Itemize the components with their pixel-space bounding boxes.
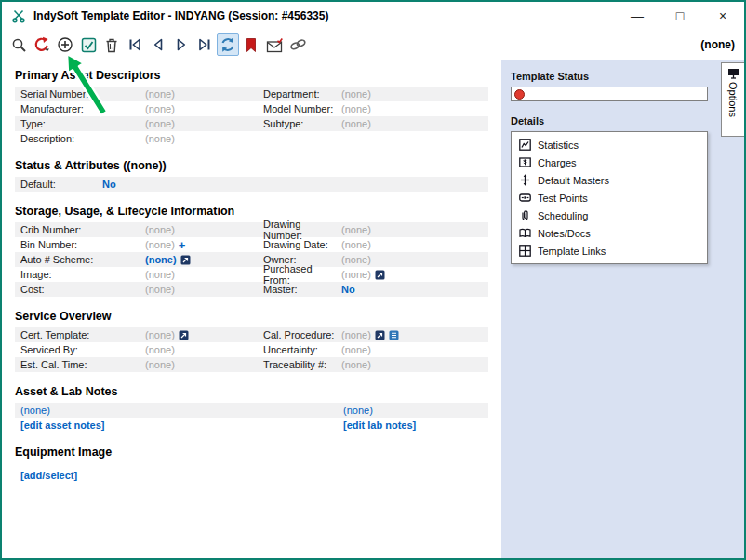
options-tab[interactable]: Options: [721, 62, 744, 137]
field-value: (none): [145, 103, 263, 114]
details-item-default-masters[interactable]: Default Masters: [512, 171, 707, 189]
refresh-button[interactable]: [217, 33, 239, 56]
details-item-charges[interactable]: Charges: [512, 153, 707, 171]
field-label: Traceability #:: [263, 359, 341, 370]
sidebar: Template Status Details Statistics Charg…: [501, 60, 744, 558]
field-row: Cert. Template: (none) Cal. Procedure: (…: [15, 327, 488, 342]
field-value: (none): [145, 88, 263, 100]
details-item-statistics[interactable]: Statistics: [512, 136, 707, 153]
auto-scheme-value[interactable]: (none): [145, 254, 177, 265]
field-label: Manufacturer:: [20, 103, 145, 114]
template-status-box[interactable]: [511, 87, 708, 101]
field-value[interactable]: No: [341, 284, 355, 295]
email-button[interactable]: [263, 33, 286, 56]
titlebar: IndySoft Template Editor - INDYANG (Sess…: [2, 2, 744, 30]
field-value-text: (none): [145, 329, 175, 340]
field-value: (none): [341, 103, 371, 114]
default-masters-icon: [519, 174, 531, 186]
edit-icon: [81, 37, 97, 53]
display-icon: [727, 68, 739, 79]
edit-lab-notes-link[interactable]: [edit lab notes]: [343, 420, 416, 431]
next-record-button[interactable]: [170, 33, 193, 56]
field-label: Model Number:: [263, 103, 341, 114]
asset-notes-value: (none): [20, 405, 343, 416]
field-label: Default:: [20, 179, 102, 190]
previous-record-button[interactable]: [147, 33, 169, 56]
delete-button[interactable]: [100, 33, 123, 56]
edit-asset-notes-link[interactable]: [edit asset notes]: [20, 420, 104, 431]
field-value: (none): [145, 269, 263, 280]
red-circle-icon: [514, 89, 525, 100]
close-button[interactable]: ×: [701, 2, 744, 30]
add-button[interactable]: [54, 33, 76, 56]
field-value: (none): [341, 239, 371, 250]
field-value: (none): [341, 254, 371, 265]
add-bin-number-icon[interactable]: +: [179, 239, 186, 251]
window-controls: — □ ×: [616, 2, 744, 30]
field-row: Crib Number: (none) Drawing Number: (non…: [15, 222, 488, 237]
field-value-text: (none): [341, 269, 371, 280]
field-value: (none): [145, 224, 263, 235]
field-value: (none): [145, 344, 263, 355]
previous-record-icon: [151, 37, 166, 52]
window-title: IndySoft Template Editor - INDYANG (Sess…: [33, 9, 328, 22]
field-label: Master:: [263, 284, 341, 295]
field-value[interactable]: No: [102, 179, 116, 190]
field-value-text: (none): [145, 239, 175, 250]
field-label: Crib Number:: [20, 224, 145, 235]
notes-docs-icon: [519, 227, 531, 239]
details-item-scheduling[interactable]: Scheduling: [512, 207, 707, 224]
goto-icon[interactable]: [375, 330, 385, 340]
procedure-doc-icon[interactable]: [389, 330, 399, 340]
email-icon: [266, 37, 284, 53]
recent-records-button[interactable]: [31, 33, 53, 56]
search-icon: [11, 37, 27, 53]
bookmark-icon: [245, 37, 258, 53]
field-value: (none): [341, 224, 371, 235]
goto-icon[interactable]: [180, 255, 191, 265]
field-label: Cost:: [20, 284, 145, 295]
details-item-label: Test Points: [538, 193, 588, 204]
edit-button[interactable]: [77, 33, 100, 56]
main-content: Primary Asset Descriptors Serial Number:…: [2, 60, 501, 558]
add-select-image-link[interactable]: [add/select]: [20, 470, 77, 481]
goto-icon[interactable]: [375, 270, 385, 280]
field-value: (none): [145, 118, 263, 129]
field-label: Bin Number:: [20, 239, 145, 250]
field-row: Manufacturer: (none) Model Number: (none…: [15, 101, 488, 116]
section-title-primary: Primary Asset Descriptors: [15, 69, 488, 82]
details-item-test-points[interactable]: Test Points: [512, 189, 707, 207]
minimize-button[interactable]: —: [616, 2, 659, 30]
first-record-icon: [127, 37, 142, 52]
details-item-label: Scheduling: [538, 210, 588, 221]
details-item-label: Default Masters: [538, 175, 609, 186]
search-button[interactable]: [7, 33, 30, 56]
section-title-service: Service Overview: [15, 310, 488, 323]
details-item-label: Template Links: [538, 246, 606, 257]
details-item-label: Statistics: [538, 140, 579, 151]
field-value: (none): [341, 269, 385, 280]
field-label: Department:: [263, 88, 341, 100]
details-label: Details: [511, 115, 744, 127]
field-row: Description: (none): [15, 131, 488, 146]
recent-records-icon: [33, 36, 50, 53]
maximize-button[interactable]: □: [659, 2, 701, 30]
field-row: Est. Cal. Time: (none) Traceability #: (…: [15, 357, 488, 372]
bookmark-button[interactable]: [240, 33, 262, 56]
template-links-icon: [519, 245, 531, 257]
details-item-template-links[interactable]: Template Links: [512, 242, 707, 260]
last-record-button[interactable]: [193, 33, 216, 56]
link-button[interactable]: [286, 33, 309, 56]
field-label: Auto # Scheme:: [20, 254, 145, 265]
current-record-label: (none): [700, 38, 735, 51]
notes-links-row: [edit asset notes] [edit lab notes]: [15, 418, 488, 433]
field-label: Serviced By:: [20, 344, 145, 355]
field-value: (none): [341, 118, 371, 129]
goto-icon[interactable]: [179, 330, 189, 340]
section-title-storage: Storage, Usage, & Lifecycle Information: [15, 205, 488, 218]
field-row: Bin Number: (none) + Drawing Date: (none…: [15, 237, 488, 252]
field-label: Est. Cal. Time:: [20, 359, 145, 370]
details-item-notes-docs[interactable]: Notes/Docs: [512, 224, 707, 242]
field-row: Cost: (none) Master: No: [15, 282, 488, 297]
first-record-button[interactable]: [124, 33, 146, 56]
